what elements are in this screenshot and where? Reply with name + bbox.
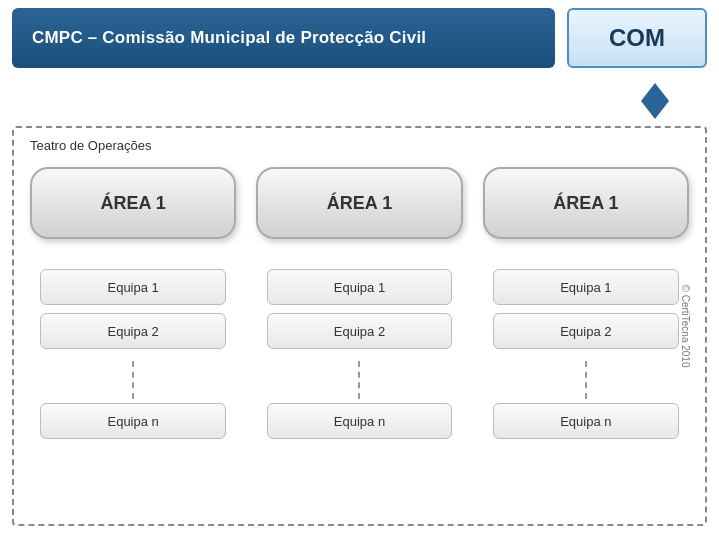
area-box-3: ÁREA 1 bbox=[483, 167, 689, 239]
operations-container: Teatro de Operações ÁREA 1 Equipa 1 Equi… bbox=[12, 126, 707, 526]
dashed-line-1 bbox=[132, 361, 134, 399]
arrow-area bbox=[0, 76, 719, 126]
team-box-1-1: Equipa 1 bbox=[40, 269, 226, 305]
team-box-2-n: Equipa n bbox=[267, 403, 453, 439]
area-box-2: ÁREA 1 bbox=[256, 167, 462, 239]
team-label-3-2: Equipa 2 bbox=[560, 324, 611, 339]
header: CMPC – Comissão Municipal de Protecção C… bbox=[0, 0, 719, 76]
com-box: COM bbox=[567, 8, 707, 68]
team-label-2-2: Equipa 2 bbox=[334, 324, 385, 339]
copyright: © CertiTecna 2010 bbox=[680, 285, 691, 368]
arrow-up-icon bbox=[641, 83, 669, 101]
team-label-1-1: Equipa 1 bbox=[107, 280, 158, 295]
team-label-2-n: Equipa n bbox=[334, 414, 385, 429]
area-label-3: ÁREA 1 bbox=[553, 193, 618, 214]
header-title: CMPC – Comissão Municipal de Protecção C… bbox=[32, 28, 426, 48]
team-box-2-1: Equipa 1 bbox=[267, 269, 453, 305]
column-2: ÁREA 1 Equipa 1 Equipa 2 Equipa n bbox=[256, 167, 462, 447]
team-box-3-1: Equipa 1 bbox=[493, 269, 679, 305]
team-label-3-1: Equipa 1 bbox=[560, 280, 611, 295]
dashed-line-3 bbox=[585, 361, 587, 399]
team-box-1-n: Equipa n bbox=[40, 403, 226, 439]
team-label-3-n: Equipa n bbox=[560, 414, 611, 429]
team-box-3-2: Equipa 2 bbox=[493, 313, 679, 349]
operations-label: Teatro de Operações bbox=[30, 138, 689, 153]
bidirectional-arrow-icon bbox=[641, 83, 669, 119]
columns-grid: ÁREA 1 Equipa 1 Equipa 2 Equipa n ÁREA 1… bbox=[30, 167, 689, 447]
team-label-1-n: Equipa n bbox=[107, 414, 158, 429]
com-label: COM bbox=[609, 24, 665, 52]
dashed-line-2 bbox=[358, 361, 360, 399]
area-label-2: ÁREA 1 bbox=[327, 193, 392, 214]
team-box-1-2: Equipa 2 bbox=[40, 313, 226, 349]
area-box-1: ÁREA 1 bbox=[30, 167, 236, 239]
header-title-box: CMPC – Comissão Municipal de Protecção C… bbox=[12, 8, 555, 68]
team-box-3-n: Equipa n bbox=[493, 403, 679, 439]
arrow-down-icon bbox=[641, 101, 669, 119]
team-label-2-1: Equipa 1 bbox=[334, 280, 385, 295]
column-3: ÁREA 1 Equipa 1 Equipa 2 Equipa n bbox=[483, 167, 689, 447]
team-label-1-2: Equipa 2 bbox=[107, 324, 158, 339]
team-box-2-2: Equipa 2 bbox=[267, 313, 453, 349]
area-label-1: ÁREA 1 bbox=[100, 193, 165, 214]
column-1: ÁREA 1 Equipa 1 Equipa 2 Equipa n bbox=[30, 167, 236, 447]
